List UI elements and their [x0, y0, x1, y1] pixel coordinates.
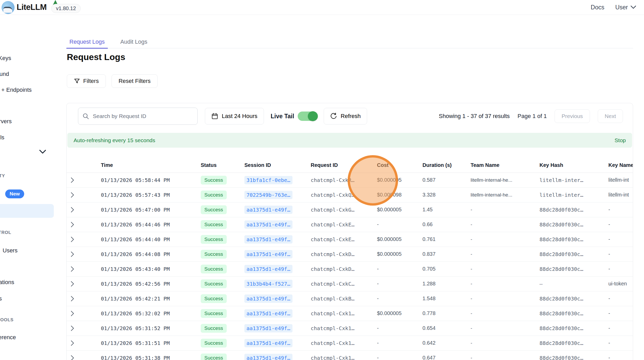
- cell-team-name: -: [467, 276, 536, 291]
- cell-key-hash: 88dc28d0f030c…: [536, 306, 605, 321]
- cell-status: Success: [197, 247, 241, 261]
- session-id-link[interactable]: aa1375d1-e49f…: [244, 265, 292, 273]
- table-row[interactable]: 01/13/2026 05:31:52 PM Success aa1375d1-…: [67, 321, 633, 336]
- tab-request-logs[interactable]: Request Logs: [66, 36, 108, 48]
- previous-page-button[interactable]: Previous: [555, 109, 590, 123]
- session-id-link[interactable]: aa1375d1-e49f…: [244, 250, 292, 258]
- expand-row-chevron-icon[interactable]: [70, 251, 74, 257]
- top-navbar: LiteLLM v1.80.12 Docs User: [0, 0, 644, 15]
- expand-row-chevron-icon[interactable]: [70, 310, 74, 317]
- search-input[interactable]: [92, 113, 193, 120]
- expand-row-chevron-icon[interactable]: [70, 355, 74, 360]
- expand-row-chevron-icon[interactable]: [70, 177, 74, 183]
- cell-status: Success: [197, 276, 241, 291]
- cell-cost: $0.000005: [373, 232, 419, 247]
- expand-row-chevron-icon[interactable]: [70, 296, 74, 302]
- table-row[interactable]: 01/13/2026 05:43:40 PM Success aa1375d1-…: [67, 261, 633, 276]
- brand-name: LiteLLM: [17, 3, 47, 12]
- header-request-id: Request ID: [307, 158, 373, 173]
- table-row[interactable]: 01/13/2026 05:42:56 PM Success 31b3b4b4-…: [67, 276, 633, 291]
- expand-row-chevron-icon[interactable]: [70, 340, 74, 346]
- table-row[interactable]: 01/13/2026 05:47:00 PM Success aa1375d1-…: [67, 202, 633, 217]
- reset-filters-button[interactable]: Reset Filters: [112, 74, 158, 88]
- sidebar-item-api-reference[interactable]: erence: [0, 334, 16, 341]
- cell-request-id: chatcmpl-CxkC…: [307, 276, 373, 291]
- user-menu[interactable]: User: [615, 4, 636, 11]
- cell-request-id: chatcmpl-Cxk1…: [307, 336, 373, 350]
- tab-audit-logs[interactable]: Audit Logs: [117, 36, 151, 48]
- session-id-link[interactable]: aa1375d1-e49f…: [244, 220, 292, 229]
- time-range-button[interactable]: Last 24 Hours: [205, 108, 264, 125]
- cell-session-id: 31b3b4b4-f527…: [241, 276, 307, 291]
- cell-request-id: chatcmpl-CxkE…: [307, 217, 373, 232]
- session-id-link[interactable]: 31bfa1cf-0ebe…: [244, 176, 292, 184]
- expand-row-chevron-icon[interactable]: [70, 207, 74, 213]
- session-id-link[interactable]: aa1375d1-e49f…: [244, 294, 292, 303]
- table-row[interactable]: 01/13/2026 05:31:51 PM Success aa1375d1-…: [67, 336, 633, 350]
- expand-row-chevron-icon[interactable]: [70, 192, 74, 198]
- table-row[interactable]: 01/13/2026 05:44:40 PM Success aa1375d1-…: [67, 232, 633, 247]
- cell-key-hash: litellm-inter…: [536, 173, 605, 187]
- cell-session-id: 31bfa1cf-0ebe…: [241, 173, 307, 187]
- search-icon: [82, 113, 89, 120]
- next-page-button[interactable]: Next: [598, 109, 623, 123]
- session-id-link[interactable]: aa1375d1-e49f…: [244, 324, 292, 332]
- sidebar-collapse-chevron-icon[interactable]: [39, 149, 46, 154]
- session-id-link[interactable]: aa1375d1-e49f…: [244, 309, 292, 318]
- expand-row-chevron-icon[interactable]: [70, 236, 74, 243]
- cell-time: 01/13/2026 05:42:21 PM: [90, 291, 197, 306]
- status-badge: Success: [201, 309, 227, 318]
- expand-row-chevron-icon[interactable]: [70, 266, 74, 272]
- live-tail-toggle[interactable]: [298, 112, 318, 121]
- cell-status: Success: [197, 173, 241, 187]
- stop-auto-refresh-link[interactable]: Stop: [615, 137, 626, 143]
- sidebar-item-logs-active[interactable]: [0, 204, 54, 218]
- sidebar-item-guardrails[interactable]: ils: [0, 134, 4, 141]
- cell-duration: 0.654: [419, 321, 467, 336]
- table-row[interactable]: 01/13/2026 05:44:08 PM Success aa1375d1-…: [67, 247, 633, 261]
- sidebar-item-playground[interactable]: und: [0, 71, 9, 77]
- sidebar-item-organizations[interactable]: ations: [0, 279, 14, 286]
- refresh-button[interactable]: Refresh: [324, 108, 367, 125]
- expand-row-chevron-icon[interactable]: [70, 221, 74, 228]
- cell-cost: $0.000005: [373, 202, 419, 217]
- session-id-link[interactable]: aa1375d1-e49f…: [244, 235, 292, 244]
- session-id-link[interactable]: 31b3b4b4-f527…: [244, 280, 292, 288]
- cell-cost: $0.000005: [373, 173, 419, 187]
- cell-key-hash: 88dc28d0f030c…: [536, 321, 605, 336]
- litellm-logo: [2, 1, 15, 14]
- sidebar-item-models-endpoints[interactable]: + Endpoints: [1, 87, 32, 93]
- session-id-link[interactable]: aa1375d1-e49f…: [244, 206, 292, 214]
- cell-status: Success: [197, 321, 241, 336]
- cell-key-name: -: [605, 336, 633, 350]
- header-time: Time: [90, 158, 197, 173]
- sidebar-item-internal-users[interactable]: Users: [3, 247, 17, 254]
- cell-duration: 3.328: [419, 187, 467, 202]
- header-key-name: Key Name: [605, 158, 633, 173]
- session-id-link[interactable]: 7022549b-763e…: [244, 191, 292, 199]
- table-row[interactable]: 01/13/2026 05:58:44 PM Success 31bfa1cf-…: [67, 173, 633, 187]
- table-row[interactable]: 01/13/2026 05:57:43 PM Success 7022549b-…: [67, 187, 633, 202]
- sidebar-item-servers[interactable]: rvers: [0, 118, 12, 125]
- table-row[interactable]: 01/13/2026 05:42:21 PM Success aa1375d1-…: [67, 291, 633, 306]
- cell-request-id: chatcmpl-Cxk1…: [307, 321, 373, 336]
- cell-time: 01/13/2026 05:31:52 PM: [90, 321, 197, 336]
- cell-key-hash: 88dc28d0f030c…: [536, 247, 605, 261]
- table-row[interactable]: 01/13/2026 05:32:02 PM Success aa1375d1-…: [67, 306, 633, 321]
- sidebar-item-keys[interactable]: Keys: [0, 55, 11, 62]
- cell-request-id: chatcmpl-CxkG…: [307, 202, 373, 217]
- status-badge: Success: [201, 220, 227, 229]
- docs-link[interactable]: Docs: [591, 4, 604, 11]
- expand-row-chevron-icon[interactable]: [70, 325, 74, 331]
- cell-session-id: aa1375d1-e49f…: [241, 202, 307, 217]
- sidebar: Keys und + Endpoints rvers ils TY New TR…: [0, 15, 60, 360]
- table-row[interactable]: 01/13/2026 05:44:46 PM Success aa1375d1-…: [67, 217, 633, 232]
- session-id-link[interactable]: aa1375d1-e49f…: [244, 354, 292, 360]
- session-id-link[interactable]: aa1375d1-e49f…: [244, 339, 292, 347]
- logs-toolbar: Last 24 Hours Live Tail Refresh Showing …: [67, 103, 633, 125]
- cell-key-name: -: [605, 217, 633, 232]
- sidebar-item-teams[interactable]: s: [0, 295, 2, 302]
- expand-row-chevron-icon[interactable]: [70, 281, 74, 287]
- table-row[interactable]: 01/13/2026 05:31:38 PM Success aa1375d1-…: [67, 350, 633, 360]
- filters-button[interactable]: Filters: [67, 74, 106, 88]
